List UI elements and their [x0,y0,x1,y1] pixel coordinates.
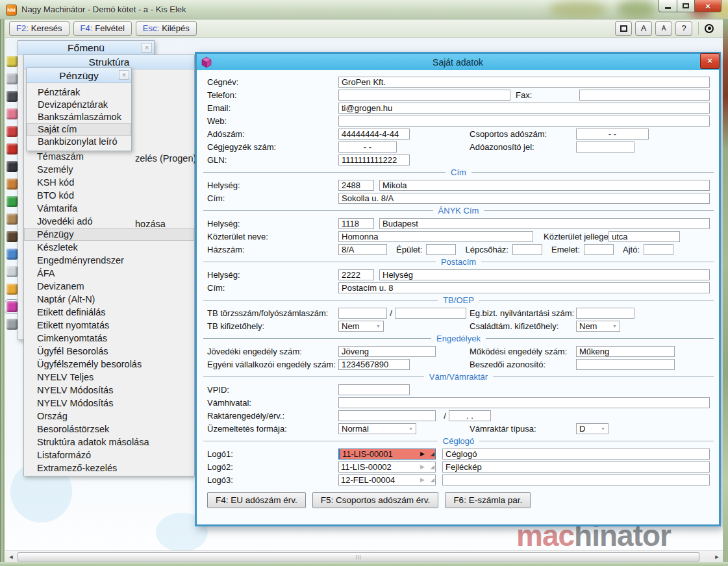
vpid-field[interactable] [338,384,410,395]
menu-item[interactable]: Listaformázó [24,449,194,461]
cegnev-field[interactable]: GroPen Kft. [338,77,710,88]
egbizt-field[interactable] [576,308,634,319]
launcher-icon[interactable] [6,143,18,154]
menu-item[interactable]: Besorolástörzsek [24,423,194,436]
postacim-city-field[interactable]: Helység [379,269,710,280]
menu-item[interactable]: Engedményrendszer [24,254,194,267]
menu-item[interactable]: ÁFA [24,267,194,280]
fax-field[interactable] [579,90,710,101]
menu-item[interactable]: Saját cím [27,123,131,136]
minimize-button[interactable] [659,0,677,12]
launcher-icon[interactable] [6,214,18,225]
emelet-field[interactable] [584,244,614,255]
launcher-icon[interactable] [6,249,18,260]
restore-button[interactable] [677,0,695,12]
postacim-address-field[interactable]: Postacím u. 8 [338,282,710,293]
dialog-close-button[interactable]: × [700,53,720,69]
menu-item[interactable]: NYELV Módosítás [24,384,194,397]
toolbar-button[interactable]: Esc:Kilépés [136,21,197,36]
horizontal-scrollbar[interactable]: ◄ ||| ► [5,550,723,562]
menu-item[interactable]: KSH kód [24,176,194,189]
menu-item[interactable]: Etikett nyomtatás [24,319,194,332]
launcher-icon[interactable] [6,73,18,84]
launcher-icon[interactable] [6,231,18,242]
launcher-icon[interactable] [6,108,18,119]
cegjegyzek-field[interactable]: - - [338,142,397,153]
footer-button[interactable]: F4: EU adószám érv. [207,492,306,508]
gln-field[interactable]: 1111111111222 [338,154,410,166]
menu-item[interactable]: Bankbizonylat leíró [27,136,131,148]
menu-item[interactable]: Cimkenyomtatás [24,332,194,345]
menu-item[interactable]: Etikett definiálás [24,306,194,319]
lepcsohaz-field[interactable] [512,244,542,255]
fomenu-titlebar[interactable]: Főmenü × [18,41,154,55]
adoszam-field[interactable]: 44444444-4-44 [338,129,410,140]
scroll-left-icon[interactable]: ◄ [6,554,16,560]
menu-item[interactable]: Pénzügy [24,228,194,241]
menu-item-fragment[interactable]: hozása [135,219,166,229]
menu-item[interactable]: Devizapénztárak [27,99,131,111]
csoportos-adoszam-field[interactable]: - - [576,129,649,140]
dialog-titlebar[interactable]: Saját adatok × [197,54,719,70]
menu-item-fragment[interactable]: zelés (Progen) [135,153,196,164]
uzemeltetes-dropdown[interactable]: Normál▼ [338,423,416,434]
adoazonosito-field[interactable] [576,142,634,153]
egyeni-vallalkozoi-field[interactable]: 1234567890 [338,359,410,370]
window-titlebar[interactable]: NM Nagy Machinátor - Demó kötet - a - Ki… [0,0,728,19]
launcher-icon[interactable] [6,284,18,295]
logo2-desc-field[interactable]: Fejléckép [442,461,710,473]
tb-torzsszam-field[interactable] [338,308,387,319]
beszedoi-azonosito-field[interactable] [576,359,675,370]
scrollbar-thumb[interactable]: ||| [18,552,699,561]
menu-item[interactable]: NYELV Teljes [24,371,194,384]
toolbar-button[interactable]: F4:Felvétel [73,21,132,36]
font-increase-button[interactable]: A [635,21,652,36]
launcher-icon[interactable] [6,266,18,277]
menu-item[interactable]: Naptár (Alt-N) [24,293,194,306]
menu-item[interactable]: Pénztárak [27,86,131,99]
hazszam-field[interactable]: 8/A [338,244,387,255]
anyk-city-field[interactable]: Budapest [379,218,710,229]
fomenu-close-icon[interactable]: × [142,43,152,53]
menu-item[interactable]: Bankszámlaszámok [27,111,131,123]
kozterulet-neve-field[interactable]: Homonna [338,231,533,242]
vamraktar-tipus-dropdown[interactable]: D▼ [576,423,609,434]
menu-item[interactable]: Vámtarifa [24,202,194,215]
penzugy-titlebar[interactable]: Pénzügy × [27,68,131,83]
logo2-combo[interactable]: 11-LIS-00002▶◢ [338,461,436,473]
ajto-field[interactable] [644,244,673,255]
jovedeki-engedely-field[interactable]: Jöveng [338,346,436,357]
tb-kifizetohely-dropdown[interactable]: Nem▼ [338,321,384,332]
launcher-icon[interactable] [6,161,18,172]
csaladtam-dropdown[interactable]: Nem▼ [576,321,620,332]
email-field[interactable]: ti@grogen.hu [338,103,710,114]
cim-city-field[interactable]: Mikola [379,180,710,191]
raktar-ervenyesseg-field[interactable]: . . [449,410,491,421]
logo1-combo[interactable]: 11-LIS-00001▶◢ [338,449,436,460]
anyk-zip-field[interactable]: 1118 [338,218,374,229]
footer-button[interactable]: F5: Csoportos adószám érv. [312,492,439,508]
launcher-icon[interactable] [6,319,18,330]
vamhivatal-field[interactable] [338,397,710,408]
epulet-field[interactable] [426,244,456,255]
toolbar-button[interactable]: F2:Keresés [9,21,69,36]
font-decrease-button[interactable]: A [655,21,672,36]
help-button[interactable]: ? [675,21,692,36]
mukodesi-engedely-field[interactable]: Műkeng [576,346,675,357]
cim-address-field[interactable]: Sokolla u. 8/A [338,193,710,204]
menu-item[interactable]: Személy [24,163,194,176]
menu-item[interactable]: Struktúra adatok másolása [24,436,194,449]
menu-item[interactable]: Ügyfélszemély besorolás [24,358,194,371]
launcher-icon[interactable] [6,178,18,190]
launcher-icon[interactable] [6,56,18,67]
tb-folyoszamla-field[interactable] [395,308,466,319]
menu-item[interactable]: Extramező-kezelés [24,461,194,474]
close-window-button[interactable]: × [694,0,722,12]
kozterulet-jellege-field[interactable]: utca [609,231,680,242]
launcher-icon[interactable] [6,91,18,102]
frame-button[interactable] [615,21,632,36]
logo3-desc-field[interactable] [442,474,710,486]
launcher-icon[interactable] [6,301,18,312]
menu-item[interactable]: Ország [24,410,194,423]
logo1-desc-field[interactable]: Céglogó [442,449,710,460]
